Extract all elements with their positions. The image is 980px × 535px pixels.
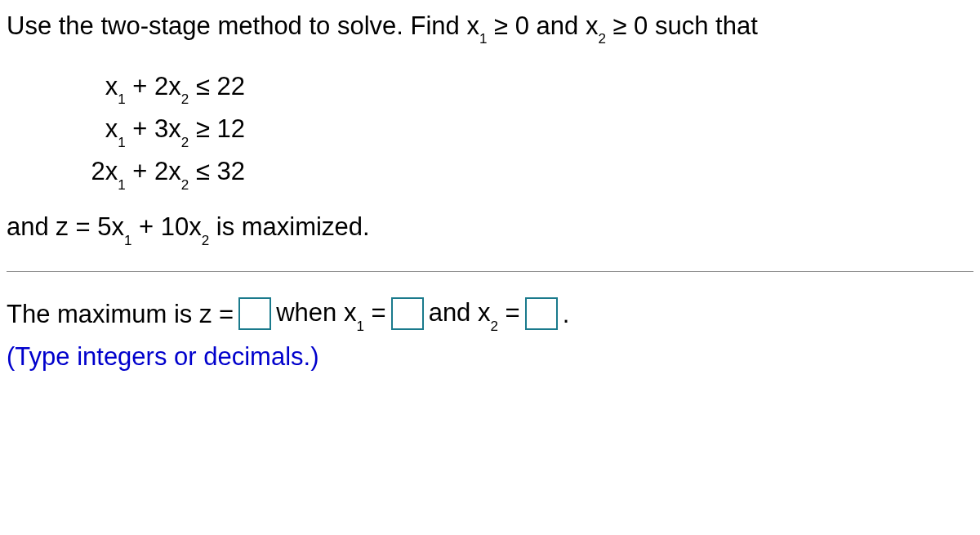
c2-plus: + 3x: [126, 114, 181, 143]
obj-mid: + 10x: [131, 212, 201, 241]
z-input[interactable]: [238, 297, 271, 330]
c1-plus: + 2x: [126, 72, 181, 100]
c1-s1: 1: [118, 91, 125, 107]
c2-s1: 1: [118, 135, 125, 150]
obj-pre: and z = 5x: [7, 212, 124, 241]
ans-t5: =: [498, 298, 520, 327]
ans-t2: when x: [276, 298, 356, 327]
constraint-2: x1 + 3x2 ≥ 12: [57, 111, 245, 149]
c3-s1: 1: [118, 177, 125, 193]
intro-text-3: ≥ 0 such that: [606, 11, 758, 40]
c1-lhs: x: [105, 72, 118, 100]
var-x2: x: [586, 11, 599, 40]
c3-op: ≤ 32: [189, 157, 245, 185]
intro-text-1: Use the two-stage method to solve. Find: [7, 11, 466, 40]
obj-post: is maximized.: [209, 212, 369, 241]
sub-2: 2: [598, 31, 605, 47]
c3-s2: 2: [181, 177, 189, 193]
problem-page: Use the two-stage method to solve. Find …: [0, 0, 980, 375]
obj-s2: 2: [202, 233, 209, 248]
constraint-3: 2x1 + 2x2 ≤ 32: [57, 154, 245, 191]
answer-line: The maximum is z = when x1 = and x2 = .: [7, 295, 973, 332]
c1-op: ≤ 22: [189, 72, 245, 100]
intro-line: Use the two-stage method to solve. Find …: [7, 8, 973, 46]
ans-t3: =: [364, 298, 386, 327]
intro-text-2: ≥ 0 and: [487, 11, 585, 40]
sub-1: 1: [479, 31, 487, 47]
ans-t1: The maximum is z =: [7, 296, 234, 332]
obj-s1: 1: [124, 233, 131, 248]
c2-lhs: x: [105, 114, 118, 143]
c2-op: ≥ 12: [189, 114, 245, 143]
objective-line: and z = 5x1 + 10x2 is maximized.: [7, 209, 973, 247]
answer-note: (Type integers or decimals.): [7, 339, 973, 374]
ans-s2: 2: [490, 319, 497, 334]
c3-plus: + 2x: [126, 157, 181, 185]
c3-lhs: 2x: [91, 157, 118, 185]
ans-period: .: [563, 296, 570, 332]
x1-input[interactable]: [391, 297, 424, 330]
var-x1: x: [466, 11, 479, 40]
divider: [7, 271, 973, 272]
c2-s2: 2: [181, 135, 189, 150]
ans-t4: and x: [429, 298, 491, 327]
constraint-1: x1 + 2x2 ≤ 22: [57, 69, 245, 106]
ans-s1: 1: [356, 319, 363, 334]
constraints-block: x1 + 2x2 ≤ 22 x1 + 3x2 ≥ 12 2x1 + 2x2 ≤ …: [7, 69, 973, 191]
c1-s2: 2: [181, 91, 189, 107]
x2-input[interactable]: [525, 297, 558, 330]
